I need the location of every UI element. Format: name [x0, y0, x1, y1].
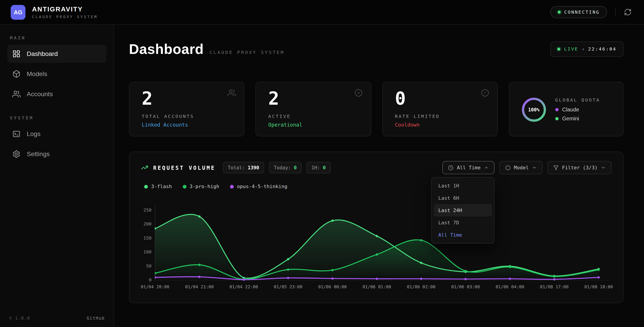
- stat-value: 0: [395, 90, 488, 108]
- stat-card-rate-limited: 0 RATE LIMITED Cooldown: [382, 82, 498, 136]
- legend-item-3-flash[interactable]: 3-flash: [144, 183, 172, 190]
- stats-row: 2 TOTAL ACCOUNTS Linked Accounts 2 ACTIV…: [129, 82, 624, 136]
- sidebar-item-logs[interactable]: Logs: [8, 125, 106, 143]
- dropdown-item-last-24h[interactable]: Last 24H: [434, 204, 492, 216]
- chevron-down-icon: [532, 165, 537, 170]
- request-volume-chart[interactable]: [155, 196, 611, 283]
- x-axis-label: 01/04 20:00: [141, 284, 169, 289]
- model-filter-button[interactable]: Model: [500, 161, 543, 174]
- check-circle-icon: [354, 89, 362, 97]
- legend-label: opus-4-5-thinking: [237, 184, 287, 190]
- x-axis-label: 01/05 23:00: [274, 284, 302, 289]
- model-filter-label: Model: [514, 165, 528, 171]
- filter-label: Filter (3/3): [562, 165, 598, 171]
- y-axis-label: 200: [141, 222, 152, 227]
- live-label: LIVE: [564, 46, 578, 52]
- chart-legend: 3-flash3-pro-highopus-4-5-thinking: [144, 183, 612, 190]
- time-range-label: All Time: [457, 165, 480, 171]
- request-volume-panel: REQUEST VOLUME Total: 1390 Today: 0 1H: …: [129, 152, 624, 303]
- badge-label: 1H:: [312, 165, 320, 171]
- app-subtitle: CLAUDE PROXY SYSTEM: [32, 14, 98, 18]
- badge-value: 0: [294, 165, 297, 171]
- quota-percent: 100%: [521, 96, 547, 123]
- nav-label: Models: [26, 70, 47, 78]
- gemini-dot-icon: [555, 117, 558, 120]
- separator-dot-icon: [582, 48, 584, 50]
- legend-item-3-pro-high[interactable]: 3-pro-high: [183, 183, 219, 190]
- y-axis-label: 150: [141, 235, 152, 241]
- refresh-icon[interactable]: [624, 8, 632, 16]
- filter-button[interactable]: Filter (3/3): [548, 161, 612, 174]
- nav-label: Logs: [26, 130, 40, 138]
- live-status-badge: LIVE 22:46:04: [550, 42, 624, 57]
- claude-dot-icon: [555, 108, 558, 111]
- app-name: ANTIGRAVITY: [32, 6, 98, 13]
- grid-icon: [12, 50, 20, 58]
- cube-icon: [12, 70, 20, 78]
- stat-label: RATE LIMITED: [395, 114, 488, 119]
- live-clock: 22:46:04: [588, 46, 616, 52]
- chart-title: REQUEST VOLUME: [153, 164, 215, 171]
- x-axis-label: 01/04 22:00: [230, 284, 258, 289]
- page-subtitle: CLAUDE PROXY SYSTEM: [210, 50, 285, 55]
- badge-value: 0: [323, 165, 326, 171]
- quota-legend-label: Claude: [562, 106, 579, 113]
- connection-status-label: CONNECTING: [564, 10, 600, 15]
- badge-value: 1390: [248, 165, 259, 171]
- stat-label: ACTIVE: [268, 114, 362, 119]
- quota-ring: 100%: [521, 96, 547, 123]
- today-requests-badge: Today: 0: [269, 162, 302, 173]
- app-version: V 1.0.0: [9, 316, 30, 320]
- x-axis-label: 01/06 02:00: [407, 284, 436, 289]
- terminal-icon: [12, 130, 20, 138]
- quota-legend-gemini: Gemini: [555, 116, 600, 122]
- chevron-down-icon: [601, 165, 606, 170]
- sidebar-section-system: SYSTEM: [10, 116, 106, 121]
- quota-legend-label: Gemini: [562, 116, 579, 122]
- funnel-icon: [554, 165, 559, 170]
- users-icon: [228, 89, 236, 97]
- stat-card-total-accounts: 2 TOTAL ACCOUNTS Linked Accounts: [129, 82, 245, 136]
- x-axis-label: 01/06 01:00: [362, 284, 391, 289]
- main-content: Dashboard CLAUDE PROXY SYSTEM LIVE 22:46…: [114, 24, 644, 327]
- top-bar: AG ANTIGRAVITY CLAUDE PROXY SYSTEM CONNE…: [0, 0, 644, 24]
- sidebar-item-accounts[interactable]: Accounts: [8, 85, 106, 103]
- stat-card-active: 2 ACTIVE Operational: [256, 82, 371, 136]
- stat-value: 2: [142, 90, 235, 108]
- trending-up-icon: [141, 164, 148, 171]
- y-axis-label: 250: [141, 208, 152, 213]
- sidebar-item-dashboard[interactable]: Dashboard: [8, 45, 106, 63]
- dropdown-item-last-1h[interactable]: Last 1H: [434, 180, 492, 192]
- divider: [615, 8, 616, 16]
- sidebar-item-settings[interactable]: Settings: [8, 145, 106, 163]
- legend-label: 3-flash: [151, 184, 172, 190]
- legend-dot-icon: [144, 185, 148, 188]
- nav-label: Accounts: [26, 90, 53, 98]
- chart-plot-area[interactable]: 05010015020025001/04 20:0001/04 21:0001/…: [141, 196, 612, 292]
- connection-status-badge[interactable]: CONNECTING: [550, 6, 607, 18]
- dropdown-item-last-7d[interactable]: Last 7D: [434, 216, 492, 229]
- stat-label: TOTAL ACCOUNTS: [142, 114, 235, 119]
- y-axis-label: 0: [141, 277, 152, 283]
- legend-item-opus-4-5-thinking[interactable]: opus-4-5-thinking: [230, 183, 287, 190]
- x-axis-label: 01/06 03:00: [451, 284, 480, 289]
- quota-label: GLOBAL QUOTA: [555, 97, 600, 103]
- github-link[interactable]: GitHub: [87, 316, 105, 320]
- cube-icon: [505, 165, 510, 170]
- gear-icon: [12, 150, 20, 158]
- hour-requests-badge: 1H: 0: [306, 162, 331, 173]
- x-axis-label: 01/08 18:00: [584, 284, 613, 289]
- app-root: AG ANTIGRAVITY CLAUDE PROXY SYSTEM CONNE…: [0, 0, 644, 327]
- x-axis-label: 01/08 17:00: [540, 284, 569, 289]
- quota-legend-claude: Claude: [555, 106, 600, 113]
- sidebar-item-models[interactable]: Models: [8, 65, 106, 83]
- dropdown-item-last-6h[interactable]: Last 6H: [434, 192, 492, 204]
- stat-status: Cooldown: [395, 122, 488, 128]
- x-axis-label: 01/06 04:00: [496, 284, 524, 289]
- y-axis-label: 100: [141, 250, 152, 255]
- dropdown-item-all-time[interactable]: All Time: [434, 229, 492, 241]
- status-dot-icon: [558, 11, 560, 14]
- time-range-button[interactable]: All Time: [442, 161, 495, 174]
- legend-dot-icon: [230, 185, 234, 188]
- stat-value: 2: [268, 90, 362, 108]
